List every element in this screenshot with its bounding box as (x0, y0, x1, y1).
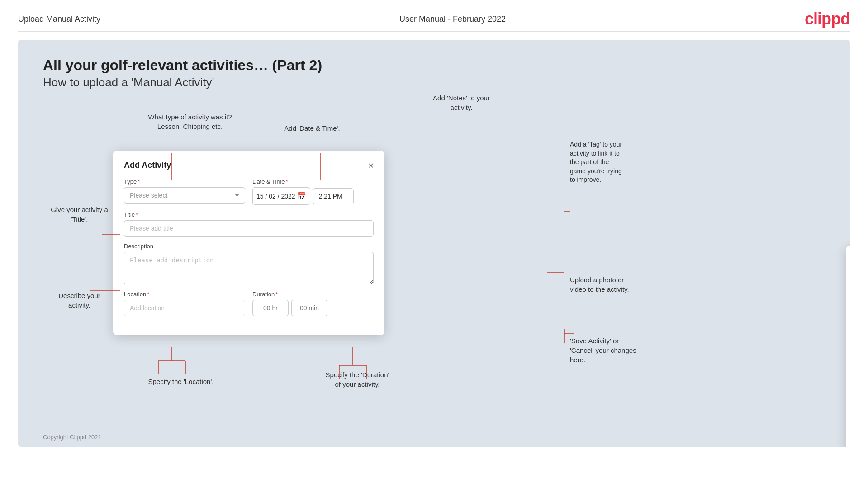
description-input[interactable] (124, 252, 374, 284)
tags-annotation: Add a 'Tag' to your activity to link it … (570, 140, 683, 185)
add-activity-modal: Add Activity × Type* Please select Date … (113, 151, 384, 335)
title-input[interactable] (124, 220, 374, 237)
section-title: All your golf-relevant activities… (Part… (43, 57, 322, 90)
calendar-icon: 📅 (297, 192, 306, 200)
type-group: Type* Please select (124, 178, 245, 205)
title-annotation: Give your activity a 'Title'. (40, 205, 119, 224)
title-label: Title* (124, 211, 374, 218)
modal-header: Add Activity × (124, 161, 374, 170)
footer: Copyright Clippd 2021 (18, 434, 850, 441)
page-title-left: Upload Manual Activity (18, 14, 100, 24)
duration-annotation: Specify the 'Duration' of your activity. (299, 370, 416, 389)
duration-inputs (252, 300, 374, 316)
type-datetime-row: Type* Please select Date & Time* 15 / 02… (124, 178, 374, 205)
datetime-group: Date & Time* 15 / 02 / 2022 📅 2:21 PM (252, 178, 374, 205)
location-label: Location* (124, 291, 245, 298)
main-content: All your golf-relevant activities… (Part… (18, 40, 850, 447)
close-button[interactable]: × (368, 161, 374, 170)
section-subheading: How to upload a 'Manual Activity' (43, 76, 322, 90)
page-title-center: User Manual - February 2022 (399, 14, 506, 24)
description-annotation: Describe your activity. (40, 291, 119, 310)
description-label: Description (124, 243, 374, 250)
location-input[interactable] (124, 300, 245, 316)
location-duration-row: Location* Duration* (124, 291, 374, 316)
date-input[interactable]: 15 / 02 / 2022 📅 (252, 187, 310, 205)
description-group: Description (124, 243, 374, 284)
notes-annotation: Add 'Notes' to your activity. (412, 93, 511, 112)
top-bar: Upload Manual Activity User Manual - Feb… (0, 0, 868, 32)
location-group: Location* (124, 291, 245, 316)
time-input[interactable]: 2:21 PM (313, 188, 354, 204)
duration-label: Duration* (252, 291, 374, 298)
type-select[interactable]: Please select (124, 187, 245, 204)
duration-hr-input[interactable] (252, 300, 289, 316)
duration-min-input[interactable] (291, 300, 327, 316)
modal-title: Add Activity (124, 161, 171, 170)
datetime-label: Date & Time* (252, 178, 374, 185)
type-label: Type* (124, 178, 245, 185)
date-value: 15 / 02 / 2022 (256, 193, 295, 200)
time-value: 2:21 PM (319, 193, 342, 200)
location-annotation: Specify the 'Location'. (131, 377, 231, 386)
duration-group: Duration* (252, 291, 374, 316)
type-annotation: What type of activity was it? Lesson, Ch… (138, 112, 242, 131)
photos-annotation: Upload a photo or video to the activity. (570, 275, 674, 294)
save-annotation: 'Save Activity' or 'Cancel' your changes… (570, 336, 683, 365)
section-heading: All your golf-relevant activities… (Part… (43, 57, 322, 74)
datetime-inputs: 15 / 02 / 2022 📅 2:21 PM (252, 187, 374, 205)
logo: clippd (805, 9, 850, 28)
title-group: Title* (124, 211, 374, 237)
datetime-annotation: Add 'Date & Time'. (262, 123, 362, 133)
notes-panel: Notes Tags OTT APP ARG PUTT Photos & Vid… (846, 246, 850, 447)
copyright: Copyright Clippd 2021 (43, 434, 101, 441)
